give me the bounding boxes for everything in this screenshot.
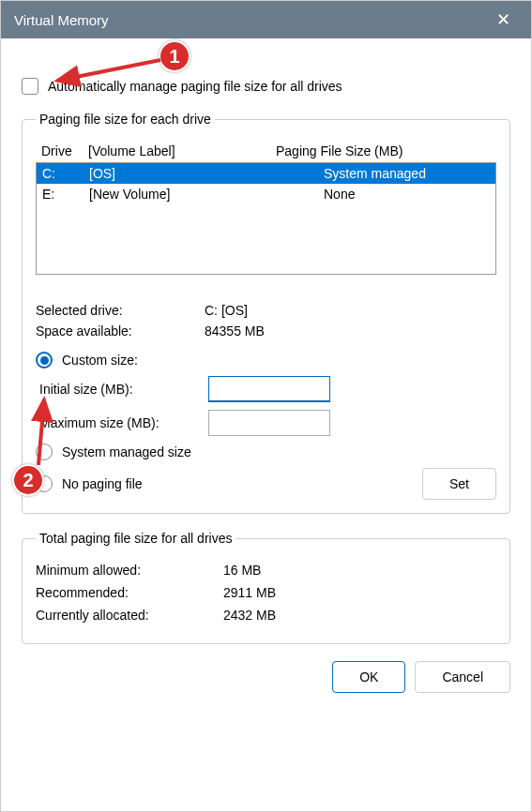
drives-group: Paging file size for each drive Drive [V… — [22, 112, 510, 514]
header-volume: [Volume Label] — [88, 143, 276, 158]
maximum-size-label: Maximum size (MB): — [39, 415, 208, 430]
drive-table-header: Drive [Volume Label] Paging File Size (M… — [36, 140, 496, 162]
set-button[interactable]: Set — [422, 468, 496, 500]
drives-legend: Paging file size for each drive — [36, 112, 215, 127]
annotation-callout-1: 1 — [159, 40, 190, 72]
drive-size: None — [324, 187, 490, 202]
drive-size: System managed — [324, 166, 490, 181]
space-available-value: 84355 MB — [205, 323, 265, 338]
recommended-label: Recommended: — [36, 585, 223, 600]
totals-group: Total paging file size for all drives Mi… — [22, 531, 510, 644]
radio-custom-size[interactable] — [36, 352, 53, 368]
selected-drive-value: C: [OS] — [205, 303, 248, 318]
drive-list[interactable]: C: [OS] System managed E: [New Volume] N… — [36, 162, 496, 275]
drive-row-e[interactable]: E: [New Volume] None — [37, 184, 495, 204]
min-allowed-value: 16 MB — [223, 563, 261, 578]
maximum-size-input[interactable] — [208, 410, 330, 436]
header-size: Paging File Size (MB) — [276, 143, 491, 158]
radio-system-label: System managed size — [62, 444, 191, 459]
window-title: Virtual Memory — [14, 12, 109, 28]
min-allowed-label: Minimum allowed: — [36, 563, 223, 578]
radio-system-managed[interactable] — [36, 444, 53, 460]
totals-legend: Total paging file size for all drives — [36, 531, 236, 546]
drive-volume: [New Volume] — [89, 187, 324, 202]
close-icon[interactable]: ✕ — [489, 6, 518, 34]
radio-none-label: No paging file — [62, 476, 143, 491]
recommended-value: 2911 MB — [223, 585, 276, 600]
annotation-callout-2: 2 — [12, 464, 44, 496]
titlebar: Virtual Memory ✕ — [1, 1, 531, 38]
currently-allocated-value: 2432 MB — [223, 608, 276, 623]
currently-allocated-label: Currently allocated: — [36, 608, 223, 623]
space-available-label: Space available: — [36, 323, 205, 338]
drive-row-c[interactable]: C: [OS] System managed — [37, 163, 495, 184]
auto-manage-label: Automatically manage paging file size fo… — [48, 79, 342, 94]
drive-letter: C: — [42, 166, 89, 181]
selected-drive-label: Selected drive: — [36, 303, 205, 318]
radio-custom-label: Custom size: — [62, 353, 138, 368]
header-drive: Drive — [41, 143, 88, 158]
ok-button[interactable]: OK — [332, 661, 405, 693]
cancel-button[interactable]: Cancel — [415, 661, 510, 693]
initial-size-input[interactable] — [208, 376, 330, 402]
auto-manage-checkbox[interactable] — [22, 78, 38, 95]
drive-letter: E: — [42, 187, 89, 202]
initial-size-label: Initial size (MB): — [39, 382, 208, 397]
drive-volume: [OS] — [89, 166, 324, 181]
